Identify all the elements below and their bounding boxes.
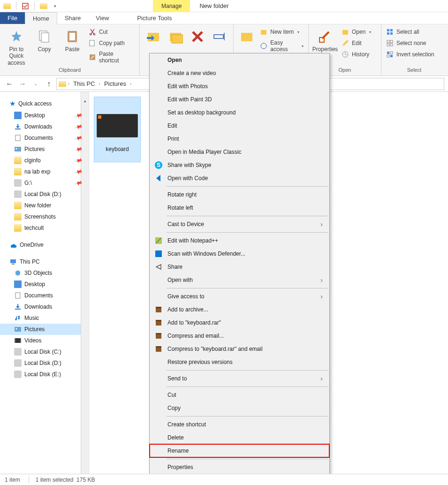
up-button[interactable]: ↑ <box>43 78 54 90</box>
sidebar-item-local-d-pc[interactable]: Local Disk (D:) <box>0 357 89 369</box>
ctx-compress-rar-email[interactable]: Compress to "keyboard.rar" and email <box>150 342 329 356</box>
tab-home[interactable]: Home <box>25 12 57 24</box>
tab-view[interactable]: View <box>88 12 116 24</box>
sidebar-item-documents-pc[interactable]: Documents <box>0 290 89 301</box>
ctx-rotate-right[interactable]: Rotate right <box>150 188 329 201</box>
history-button[interactable]: History <box>340 50 373 59</box>
ctx-open-mpc[interactable]: Open in Media Player Classic <box>150 145 329 159</box>
sidebar-item-desktop[interactable]: Desktop📌 <box>0 110 89 121</box>
ctx-cast[interactable]: Cast to Device› <box>150 218 329 231</box>
tab-file[interactable]: File <box>0 12 25 24</box>
scroll-up-icon[interactable]: ▴ <box>82 99 89 103</box>
ctx-edit-paint3d[interactable]: Edit with Paint 3D <box>150 93 329 106</box>
navigation-pane[interactable]: ▴ ★Quick access Desktop📌 Downloads📌 Docu… <box>0 92 89 485</box>
sidebar-item-quick-access[interactable]: ★Quick access <box>0 98 89 110</box>
back-button[interactable]: ← <box>4 78 15 90</box>
sidebar-item-local-d-qa[interactable]: Local Disk (D:) <box>0 189 89 200</box>
manage-context-tab[interactable]: Manage <box>153 0 190 12</box>
ctx-cut[interactable]: Cut <box>150 388 329 402</box>
ctx-compress-email[interactable]: Compress and email... <box>150 329 329 342</box>
chevron-right-icon[interactable]: › <box>98 81 101 86</box>
tab-share[interactable]: Share <box>57 12 89 24</box>
copy-button[interactable]: Copy <box>31 26 58 53</box>
folder-icon[interactable] <box>3 2 11 10</box>
ctx-give-access[interactable]: Give access to› <box>150 290 329 303</box>
sidebar-item-music[interactable]: Music <box>0 312 89 324</box>
ctx-print[interactable]: Print <box>150 132 329 145</box>
ctx-send-to[interactable]: Send to› <box>150 372 329 385</box>
ctx-share[interactable]: Share <box>150 260 329 273</box>
paste-button[interactable]: Paste <box>59 26 86 53</box>
properties-qat-icon[interactable] <box>21 2 30 10</box>
move-to-button[interactable] <box>143 26 164 46</box>
sidebar-item-onedrive[interactable]: OneDrive <box>0 239 89 250</box>
sidebar-item-pictures-pc[interactable]: Pictures <box>0 324 89 335</box>
sidebar-item-downloads[interactable]: Downloads📌 <box>0 121 89 132</box>
svg-rect-20 <box>387 29 389 31</box>
new-folder-qat-icon[interactable] <box>39 2 48 10</box>
paste-shortcut-button[interactable]: Paste shortcut <box>87 50 137 65</box>
sidebar-item-desktop-pc[interactable]: Desktop <box>0 279 89 290</box>
copy-path-button[interactable]: Copy path <box>87 38 137 48</box>
new-folder-button[interactable] <box>236 26 257 46</box>
sidebar-item-this-pc[interactable]: This PC <box>0 256 89 267</box>
svg-point-41 <box>16 328 17 330</box>
pin-to-quick-access-button[interactable]: Pin to Quick access <box>3 26 30 66</box>
ctx-rotate-left[interactable]: Rotate left <box>150 201 329 214</box>
ctx-defender[interactable]: Scan with Windows Defender... <box>150 247 329 260</box>
ctx-edit[interactable]: Edit <box>150 119 329 132</box>
ctx-edit-photos[interactable]: Edit with Photos <box>150 80 329 93</box>
ctx-notepad[interactable]: Edit with Notepad++ <box>150 234 329 247</box>
tab-picture-tools[interactable]: Picture Tools <box>129 12 179 24</box>
ctx-add-rar[interactable]: Add to "keyboard.rar" <box>150 316 329 329</box>
sidebar-item-techcult[interactable]: techcult <box>0 222 89 234</box>
ctx-create-shortcut[interactable]: Create shortcut <box>150 418 329 431</box>
ctx-restore-versions[interactable]: Restore previous versions <box>150 356 329 369</box>
recent-dropdown-icon[interactable]: ⌄ <box>30 78 41 90</box>
sidebar-item-documents[interactable]: Documents📌 <box>0 132 89 144</box>
ctx-add-archive[interactable]: Add to archive... <box>150 303 329 316</box>
this-pc-icon <box>9 258 17 265</box>
sidebar-item-downloads-pc[interactable]: Downloads <box>0 301 89 312</box>
sidebar-item-pictures-qa[interactable]: Pictures📌 <box>0 144 89 155</box>
sidebar-item-na-lab[interactable]: na lab exp📌 <box>0 166 89 177</box>
ctx-set-desktop[interactable]: Set as desktop background <box>150 106 329 119</box>
chevron-right-icon[interactable]: › <box>67 81 70 86</box>
ctx-create-video[interactable]: Create a new video <box>150 67 329 80</box>
sidebar-item-local-c[interactable]: Local Disk (C:) <box>0 346 89 357</box>
sidebar-item-screenshots[interactable]: Screenshots <box>0 211 89 222</box>
ctx-open-with[interactable]: Open with› <box>150 273 329 287</box>
sidebar-item-local-e[interactable]: Local Disk (E:) <box>0 369 89 380</box>
sidebar-item-3d-objects[interactable]: 3D Objects <box>0 267 89 279</box>
ctx-share-skype[interactable]: SShare with Skype <box>150 159 329 172</box>
ctx-copy[interactable]: Copy <box>150 402 329 415</box>
file-item-keyboard[interactable]: keyboard <box>94 97 141 162</box>
new-item-button[interactable]: New item▾ <box>258 27 305 37</box>
edit-button[interactable]: Edit <box>340 38 373 48</box>
select-all-button[interactable]: Select all <box>384 27 436 37</box>
rename-button[interactable] <box>209 26 230 46</box>
crumb-pictures[interactable]: Pictures <box>102 80 128 87</box>
sidebar-item-g-drive[interactable]: G:\📌 <box>0 177 89 189</box>
ctx-delete[interactable]: Delete <box>150 431 329 444</box>
invert-selection-button[interactable]: Invert selection <box>384 50 436 59</box>
copy-to-button[interactable] <box>165 26 186 46</box>
sidebar-item-clginfo[interactable]: clginfo📌 <box>0 155 89 166</box>
ctx-open[interactable]: Open <box>150 53 329 67</box>
properties-button[interactable]: Properties <box>311 26 339 53</box>
scrollbar[interactable]: ▴ <box>81 92 89 485</box>
delete-button[interactable] <box>187 26 208 46</box>
cut-button[interactable]: Cut <box>87 27 137 37</box>
open-button[interactable]: Open▾ <box>340 27 373 37</box>
qat-dropdown-icon[interactable]: ▾ <box>51 2 59 10</box>
sidebar-item-new-folder[interactable]: New folder <box>0 200 89 211</box>
ctx-properties[interactable]: Properties <box>150 461 329 474</box>
forward-button[interactable]: → <box>17 78 28 90</box>
ctx-rename[interactable]: Rename <box>150 444 329 457</box>
easy-access-button[interactable]: Easy access▾ <box>258 38 305 53</box>
chevron-right-icon[interactable]: › <box>129 81 132 86</box>
ctx-open-code[interactable]: Open with Code <box>150 172 329 185</box>
select-none-button[interactable]: Select none <box>384 38 436 48</box>
crumb-this-pc[interactable]: This PC <box>71 80 97 87</box>
sidebar-item-videos[interactable]: Videos <box>0 335 89 346</box>
